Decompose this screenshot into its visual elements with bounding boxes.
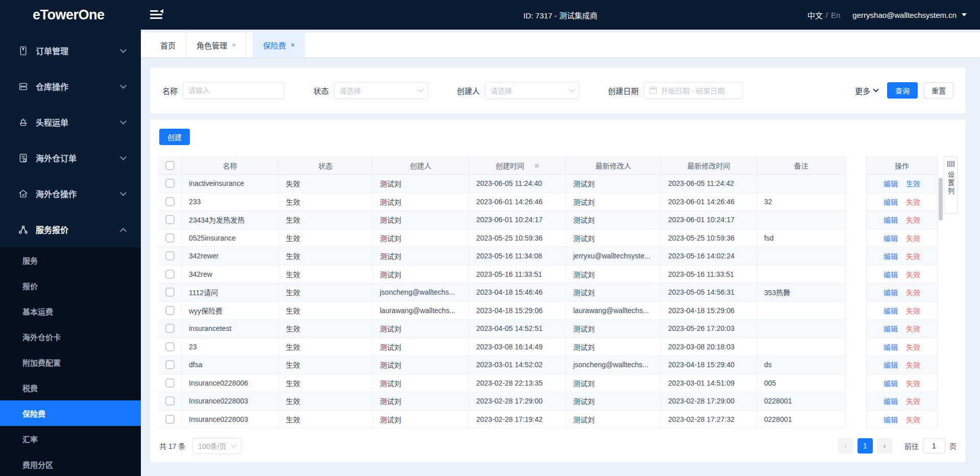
creator-filter-select[interactable]: 请选择 bbox=[485, 82, 579, 99]
lang-switch-en[interactable]: En bbox=[831, 11, 840, 19]
row-checkbox[interactable] bbox=[165, 324, 175, 333]
sidebar-submenu-item[interactable]: 税费 bbox=[0, 375, 141, 400]
toggle-status-link[interactable]: 失效 bbox=[906, 269, 920, 279]
toggle-status-link[interactable]: 失效 bbox=[906, 378, 920, 388]
sidebar-submenu-item[interactable]: 保险费 bbox=[0, 400, 141, 426]
toggle-status-link[interactable]: 失效 bbox=[906, 414, 920, 424]
edit-link[interactable]: 编辑 bbox=[884, 323, 898, 334]
edit-link[interactable]: 编辑 bbox=[884, 378, 898, 388]
row-checkbox[interactable] bbox=[165, 215, 175, 224]
edit-link[interactable]: 编辑 bbox=[884, 269, 898, 279]
column-header: 最新修改时间 bbox=[661, 156, 757, 175]
edit-link[interactable]: 编辑 bbox=[884, 360, 898, 370]
row-checkbox[interactable] bbox=[165, 251, 175, 260]
chevron-down-icon bbox=[873, 86, 878, 92]
tab-close-icon[interactable]: × bbox=[290, 41, 295, 49]
edit-link[interactable]: 编辑 bbox=[884, 178, 898, 188]
cell-modifier: 测试刘 bbox=[566, 411, 661, 429]
ship-icon bbox=[17, 116, 29, 128]
row-checkbox[interactable] bbox=[165, 306, 175, 315]
toggle-status-link[interactable]: 失效 bbox=[906, 233, 920, 243]
user-menu[interactable]: gerryshao@walltechsystem.cn bbox=[852, 11, 957, 19]
toggle-status-link[interactable]: 失效 bbox=[906, 323, 920, 334]
sidebar-submenu-item[interactable]: 海外仓价卡 bbox=[0, 324, 141, 349]
sidebar-submenu-item[interactable]: 费用分区 bbox=[0, 451, 141, 476]
page-1-button[interactable]: 1 bbox=[857, 438, 873, 454]
toggle-status-link[interactable]: 失效 bbox=[906, 305, 920, 316]
sidebar-submenu-item[interactable]: 报价 bbox=[0, 273, 141, 298]
sidebar-item-ship[interactable]: 头程运单 bbox=[0, 104, 141, 140]
sidebar-item-order[interactable]: 订单管理 bbox=[0, 33, 141, 68]
page-size-select[interactable]: 100条/页 bbox=[192, 438, 241, 454]
toggle-status-link[interactable]: 生效 bbox=[906, 178, 920, 188]
column-settings-panel[interactable]: 设置列 bbox=[944, 156, 958, 213]
edit-link[interactable]: 编辑 bbox=[884, 305, 898, 316]
tags-nav: 首页角色管理×保险费× bbox=[141, 33, 980, 57]
row-checkbox[interactable] bbox=[165, 342, 175, 351]
tab-保险费[interactable]: 保险费× bbox=[253, 33, 305, 57]
row-checkbox[interactable] bbox=[165, 360, 175, 369]
edit-link[interactable]: 编辑 bbox=[884, 233, 898, 243]
search-button[interactable]: 查询 bbox=[887, 82, 918, 99]
status-filter-select[interactable]: 请选择 bbox=[334, 82, 428, 99]
lang-switch-zh[interactable]: 中文 bbox=[807, 10, 823, 20]
toggle-status-link[interactable]: 失效 bbox=[906, 342, 920, 352]
goto-page-input[interactable] bbox=[923, 438, 945, 454]
cell-modified-time: 2023-05-16 14:02:24 bbox=[661, 247, 757, 266]
row-checkbox[interactable] bbox=[165, 179, 175, 188]
tab-角色管理[interactable]: 角色管理× bbox=[186, 33, 247, 57]
date-range-picker[interactable]: 开始日期 - 结束日期 bbox=[644, 82, 743, 99]
cell-modified-time: 2023-03-01 14:51:09 bbox=[661, 374, 757, 393]
edit-link[interactable]: 编辑 bbox=[884, 251, 898, 261]
sidebar-item-service-quote[interactable]: 服务报价 bbox=[0, 211, 141, 247]
toggle-status-link[interactable]: 失效 bbox=[906, 251, 920, 261]
toggle-status-link[interactable]: 失效 bbox=[906, 396, 920, 406]
name-filter-label: 名称 bbox=[162, 85, 178, 96]
tab-close-icon[interactable]: × bbox=[232, 41, 236, 49]
name-filter-input[interactable] bbox=[183, 82, 285, 99]
row-checkbox[interactable] bbox=[165, 288, 175, 297]
sidebar-item-overseas-ops[interactable]: 海外仓操作 bbox=[0, 176, 141, 211]
app-logo: eTowerOne bbox=[0, 7, 141, 23]
sidebar-item-warehouse[interactable]: 仓库操作 bbox=[0, 68, 141, 104]
scrollbar-thumb[interactable] bbox=[939, 178, 943, 221]
cell-created-time: 2023-02-28 17:19:42 bbox=[469, 411, 566, 429]
sidebar-submenu-item[interactable]: 汇率 bbox=[0, 426, 141, 451]
row-checkbox[interactable] bbox=[165, 378, 175, 388]
edit-link[interactable]: 编辑 bbox=[884, 414, 898, 424]
row-checkbox[interactable] bbox=[165, 270, 175, 279]
more-filters-toggle[interactable]: 更多 bbox=[855, 85, 878, 96]
cell-name: inactiveinsurance bbox=[182, 175, 279, 193]
toggle-status-link[interactable]: 失效 bbox=[906, 360, 920, 370]
create-button[interactable]: 创建 bbox=[159, 129, 190, 145]
toggle-status-link[interactable]: 失效 bbox=[906, 215, 920, 225]
column-header: 创建时间≡ bbox=[469, 156, 566, 175]
prev-page-button[interactable]: ‹ bbox=[838, 438, 853, 454]
cell-remark bbox=[757, 175, 846, 193]
row-checkbox[interactable] bbox=[165, 197, 175, 206]
row-checkbox[interactable] bbox=[165, 233, 175, 243]
edit-link[interactable]: 编辑 bbox=[884, 287, 898, 297]
cell-creator: 测试刘 bbox=[373, 320, 469, 338]
tab-首页[interactable]: 首页 bbox=[150, 33, 186, 57]
sidebar-submenu-item[interactable]: 附加费配置 bbox=[0, 349, 141, 375]
row-checkbox[interactable] bbox=[165, 396, 175, 406]
reset-button[interactable]: 重置 bbox=[924, 82, 953, 99]
sidebar-submenu-item[interactable]: 服务 bbox=[0, 247, 141, 273]
edit-link[interactable]: 编辑 bbox=[884, 396, 898, 406]
column-sort-icon[interactable]: ≡ bbox=[534, 161, 539, 169]
toggle-status-link[interactable]: 失效 bbox=[906, 197, 920, 207]
edit-link[interactable]: 编辑 bbox=[884, 342, 898, 352]
edit-link[interactable]: 编辑 bbox=[884, 197, 898, 207]
toggle-status-link[interactable]: 失效 bbox=[906, 287, 920, 297]
next-page-button[interactable]: › bbox=[877, 438, 892, 454]
user-menu-caret-icon[interactable] bbox=[962, 13, 967, 19]
calendar-icon bbox=[649, 87, 657, 94]
table-header-row: 名称状态创建人创建时间≡最新修改人最新修改时间备注操作 bbox=[158, 156, 938, 175]
sidebar-item-overseas-order[interactable]: 海外仓订单 bbox=[0, 140, 141, 176]
row-checkbox[interactable] bbox=[165, 415, 175, 424]
sidebar-submenu-item[interactable]: 基本运费 bbox=[0, 298, 141, 324]
status-filter-label: 状态 bbox=[313, 85, 329, 96]
select-all-checkbox[interactable] bbox=[165, 161, 175, 170]
edit-link[interactable]: 编辑 bbox=[884, 215, 898, 225]
